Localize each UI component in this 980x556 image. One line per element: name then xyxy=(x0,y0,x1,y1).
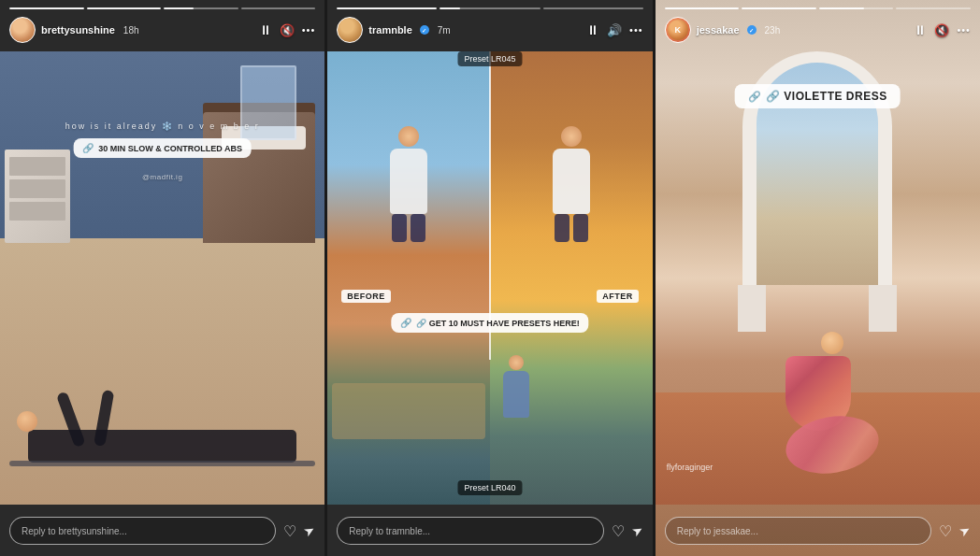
s2-pb-3 xyxy=(543,7,643,9)
s3-pb-1 xyxy=(665,7,740,9)
story1-credit: @madfit.ig xyxy=(142,173,182,181)
story1-link-text: 30 MIN SLOW & CONTROLLED ABS xyxy=(98,144,242,153)
story3-user-info: K jessakae 23h xyxy=(665,17,781,43)
story2-user-info: tramnble 7m xyxy=(337,17,450,43)
story1-content: how is it already ❄️ n o v e m b e r 🔗 3… xyxy=(0,0,324,556)
story2-time: 7m xyxy=(438,25,451,36)
story3-reply-placeholder: Reply to jessakae... xyxy=(677,526,758,536)
progress-bars-3 xyxy=(665,7,971,9)
story-panel-1: brettysunshine 18h ⏸ 🔇 ••• how is it alr… xyxy=(0,0,324,556)
story3-username[interactable]: jessakae xyxy=(697,24,740,36)
story3-avatar[interactable]: K xyxy=(665,17,691,43)
after-label: AFTER xyxy=(597,290,639,303)
progress-bars-2 xyxy=(337,7,642,9)
story3-header: K jessakae 23h ⏸ 🔇 ••• xyxy=(656,0,980,49)
progress-bar-3 xyxy=(164,7,238,9)
story1-user-row: brettysunshine 18h ⏸ 🔇 ••• xyxy=(9,17,315,43)
story3-mute-btn[interactable]: 🔇 xyxy=(934,23,949,37)
story1-reply-input[interactable]: Reply to brettysunshine... xyxy=(9,517,276,545)
story1-username[interactable]: brettysunshine xyxy=(41,24,115,36)
story3-more-btn[interactable]: ••• xyxy=(957,24,971,36)
story2-footer: Reply to tramnble... ♡ ➤ xyxy=(327,509,652,556)
story3-time: 23h xyxy=(765,25,781,36)
progress-bars-1 xyxy=(9,7,315,9)
story2-verified xyxy=(420,25,429,35)
story3-link-text: 🔗 VIOLETTE DRESS xyxy=(766,90,887,103)
story2-link-sticker[interactable]: 🔗 🔗 GET 10 MUST HAVE PRESETS HERE! xyxy=(391,313,588,333)
story1-user-info: brettysunshine 18h xyxy=(9,17,139,43)
story3-user-row: K jessakae 23h ⏸ 🔇 ••• xyxy=(665,17,971,43)
progress-bar-2 xyxy=(87,7,162,9)
story2-reply-placeholder: Reply to tramnble... xyxy=(349,526,430,536)
story2-reply-input[interactable]: Reply to tramnble... xyxy=(337,517,603,545)
preset-top-badge: Preset LR045 xyxy=(457,51,522,66)
story1-time: 18h xyxy=(123,25,139,36)
story1-mute-btn[interactable]: 🔇 xyxy=(280,23,295,37)
s3-pb-4 xyxy=(896,7,971,9)
link-icon-2: 🔗 xyxy=(400,318,411,328)
story3-send-icon[interactable]: ➤ xyxy=(957,521,973,540)
story2-user-row: tramnble 7m ⏸ 🔊 ••• xyxy=(337,17,642,43)
story3-controls: ⏸ 🔇 ••• xyxy=(914,22,971,37)
story1-header: brettysunshine 18h ⏸ 🔇 ••• xyxy=(0,0,324,49)
story3-link-sticker[interactable]: 🔗 🔗 VIOLETTE DRESS xyxy=(735,84,901,108)
preset-bottom-badge: Preset LR040 xyxy=(457,480,522,495)
s2-pb-2 xyxy=(440,7,540,9)
story3-footer: Reply to jessakae... ♡ ➤ xyxy=(656,509,980,556)
s3-pb-3 xyxy=(819,7,894,9)
story1-heart-icon[interactable]: ♡ xyxy=(283,522,296,540)
link-icon-3: 🔗 xyxy=(748,91,761,103)
story2-send-icon[interactable]: ➤ xyxy=(628,521,645,540)
story2-pause-btn[interactable]: ⏸ xyxy=(586,22,599,37)
story1-avatar[interactable] xyxy=(9,17,36,43)
story2-volume-btn[interactable]: 🔊 xyxy=(607,23,622,37)
progress-bar-1 xyxy=(9,7,84,9)
story1-top-text: how is it already ❄️ n o v e m b e r xyxy=(65,121,260,131)
story2-avatar[interactable] xyxy=(337,17,363,43)
s2-pb-1 xyxy=(337,7,437,9)
story-panel-3: K jessakae 23h ⏸ 🔇 ••• 🔗 🔗 VIOLETTE DRES… xyxy=(656,0,980,556)
before-label: BEFORE xyxy=(341,290,391,303)
story2-more-btn[interactable]: ••• xyxy=(629,24,643,36)
story-panel-2: tramnble 7m ⏸ 🔊 ••• Preset LR045 BEFORE … xyxy=(327,0,652,556)
story2-content: Preset LR045 BEFORE AFTER 🔗 🔗 GET 10 MUS… xyxy=(327,0,652,556)
story1-more-btn[interactable]: ••• xyxy=(302,24,316,36)
story1-controls: ⏸ 🔇 ••• xyxy=(259,22,316,37)
story2-controls: ⏸ 🔊 ••• xyxy=(586,22,643,37)
s3-pb-2 xyxy=(742,7,816,9)
story3-content: 🔗 🔗 VIOLETTE DRESS flyforaginger xyxy=(656,0,980,556)
story2-username[interactable]: tramnble xyxy=(368,24,411,36)
progress-bar-4 xyxy=(241,7,316,9)
story1-link-sticker[interactable]: 🔗 30 MIN SLOW & CONTROLLED ABS xyxy=(73,138,252,158)
story1-footer: Reply to brettysunshine... ♡ ➤ xyxy=(0,509,324,556)
story2-header: tramnble 7m ⏸ 🔊 ••• xyxy=(327,0,652,49)
story2-link-text: 🔗 GET 10 MUST HAVE PRESETS HERE! xyxy=(416,319,579,328)
story3-verified xyxy=(747,25,757,35)
story1-reply-placeholder: Reply to brettysunshine... xyxy=(22,526,127,536)
story3-avatar-inner: K xyxy=(668,20,688,40)
preset-bottom-text: Preset LR040 xyxy=(464,483,515,492)
story3-heart-icon[interactable]: ♡ xyxy=(939,522,952,540)
preset-top-text: Preset LR045 xyxy=(464,54,515,64)
link-icon-1: 🔗 xyxy=(82,143,94,153)
story1-send-icon[interactable]: ➤ xyxy=(301,521,318,540)
story3-small-username: flyforaginger xyxy=(667,463,713,472)
story3-pause-btn[interactable]: ⏸ xyxy=(914,22,927,37)
story3-reply-input[interactable]: Reply to jessakae... xyxy=(665,517,931,545)
story1-pause-btn[interactable]: ⏸ xyxy=(259,22,272,37)
story2-heart-icon[interactable]: ♡ xyxy=(612,522,625,540)
